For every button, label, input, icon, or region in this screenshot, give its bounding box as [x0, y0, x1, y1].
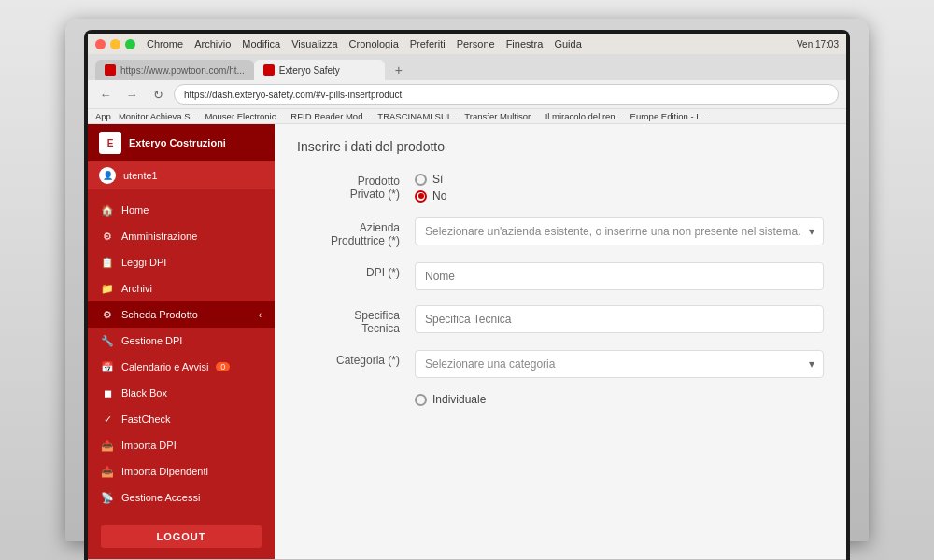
close-button[interactable]: [95, 39, 106, 49]
radio-si[interactable]: Sì: [415, 173, 824, 186]
tab-exteryo[interactable]: Exteryo Safety: [254, 60, 385, 80]
logout-button[interactable]: LOGOUT: [101, 525, 262, 548]
input-dpi[interactable]: [415, 262, 824, 290]
accessi-icon: 📡: [101, 491, 114, 504]
admin-icon: ⚙: [101, 230, 114, 243]
macos-menubar: Chrome Archivio Modifica Visualizza Cron…: [88, 34, 846, 54]
nav-gestione-label: Gestione DPI: [121, 335, 182, 346]
bookmark-mouser[interactable]: Mouser Electronic...: [205, 111, 283, 121]
sidebar: E Exteryo Costruzioni 👤 utente1 🏠 Home ⚙…: [88, 124, 275, 559]
maximize-button[interactable]: [125, 39, 135, 49]
sidebar-item-scheda-prodotto[interactable]: ⚙ Scheda Prodotto ‹: [88, 301, 275, 328]
select-azienda-container: Selezionare un'azienda esistente, o inse…: [415, 217, 824, 245]
nav-scheda-label: Scheda Prodotto: [121, 309, 198, 320]
tab-powtoon[interactable]: https://www.powtoon.com/ht...: [95, 60, 254, 80]
bookmark-miracolo[interactable]: Il miracolo del ren...: [545, 111, 623, 121]
radio-circle-no[interactable]: [415, 190, 427, 203]
menu-preferiti[interactable]: Preferiti: [410, 38, 446, 49]
sidebar-item-fastcheck[interactable]: ✓ FastCheck: [88, 406, 275, 432]
bookmark-app[interactable]: App: [95, 111, 111, 121]
radio-no[interactable]: No: [415, 189, 824, 203]
radio-individuale-label: Individuale: [432, 393, 486, 406]
nav-admin-label: Amministrazione: [121, 231, 197, 242]
form-row-dpi: DPI (*): [297, 262, 824, 290]
radio-circle-individuale[interactable]: [415, 394, 427, 406]
form-row-prodotto-privato: ProdottoPrivato (*) Sì No: [297, 171, 824, 203]
sidebar-item-importa-dipendenti[interactable]: 📥 Importa Dipendenti: [88, 458, 275, 484]
browser-content: E Exteryo Costruzioni 👤 utente1 🏠 Home ⚙…: [88, 124, 846, 559]
refresh-button[interactable]: ↻: [148, 84, 168, 105]
collapse-arrow-icon: ‹: [259, 310, 262, 320]
new-tab-button[interactable]: +: [389, 60, 409, 80]
radio-individuale[interactable]: Individuale: [415, 393, 824, 406]
bookmark-transfer[interactable]: Transfer Multisor...: [464, 111, 537, 121]
fastcheck-icon: ✓: [101, 413, 114, 426]
nav-importa-dip-label: Importa Dipendenti: [121, 466, 208, 477]
menu-cronologia[interactable]: Cronologia: [349, 38, 399, 49]
label-specifica: SpecificaTecnica: [297, 305, 400, 335]
importa-dpi-icon: 📥: [101, 439, 114, 452]
menu-modifica[interactable]: Modifica: [242, 38, 280, 49]
nav-accessi-label: Gestione Accessi: [121, 492, 200, 503]
radio-circle-si[interactable]: [415, 174, 427, 186]
sidebar-item-calendario[interactable]: 📅 Calendario e Avvisi 0: [88, 354, 275, 380]
menu-visualizza[interactable]: Visualizza: [291, 38, 337, 49]
bookmark-rfid[interactable]: RFID Reader Mod...: [290, 111, 370, 121]
black-box-icon: ◼: [101, 386, 114, 399]
system-time: Ven 17:03: [797, 39, 839, 49]
address-bar[interactable]: https://dash.exteryo-safety.com/#v-pills…: [174, 84, 839, 105]
address-text: https://dash.exteryo-safety.com/#v-pills…: [184, 90, 402, 100]
minimize-button[interactable]: [110, 39, 120, 49]
input-specifica-wrap: [415, 305, 824, 333]
user-avatar: 👤: [99, 167, 116, 184]
sidebar-user: 👤 utente1: [88, 161, 275, 189]
bookmark-trascinami[interactable]: TRASCINAMI SUI...: [377, 111, 457, 121]
sidebar-item-gestione-accessi[interactable]: 📡 Gestione Accessi: [88, 484, 275, 511]
menu-persone[interactable]: Persone: [457, 38, 495, 49]
bookmark-europe[interactable]: Europe Edition - L...: [630, 111, 709, 121]
sidebar-item-home[interactable]: 🏠 Home: [88, 197, 275, 223]
nav-leggi-label: Leggi DPI: [121, 257, 166, 268]
tab-powtoon-label: https://www.powtoon.com/ht...: [120, 65, 245, 76]
form-row-specifica: SpecificaTecnica: [297, 305, 824, 335]
form-row-categoria: Categoria (*) Selezionare una categoria: [297, 350, 824, 378]
radio-no-label: No: [432, 189, 446, 203]
nav-home-label: Home: [121, 204, 149, 216]
select-azienda[interactable]: Selezionare un'azienda esistente, o inse…: [415, 217, 824, 245]
input-specifica[interactable]: [415, 305, 824, 333]
menu-finestra[interactable]: Finestra: [506, 38, 544, 49]
username-label: utente1: [123, 170, 158, 181]
page-title: Inserire i dati del prodotto: [297, 139, 824, 154]
radio-si-label: Sì: [432, 173, 443, 186]
menu-archivio[interactable]: Archivio: [194, 38, 231, 49]
label-individuale-empty: [297, 393, 400, 397]
browser-toolbar: ← → ↻ https://dash.exteryo-safety.com/#v…: [88, 80, 846, 109]
select-categoria-wrap: Selezionare una categoria: [415, 350, 824, 378]
calendario-badge: 0: [216, 362, 230, 371]
sidebar-item-leggi-dpi[interactable]: 📋 Leggi DPI: [88, 249, 275, 275]
nav-black-box-label: Black Box: [121, 387, 167, 399]
nav-calendario-label: Calendario e Avvisi: [121, 361, 208, 372]
sidebar-item-gestione-dpi[interactable]: 🔧 Gestione DPI: [88, 328, 275, 354]
menu-guida[interactable]: Guida: [554, 38, 581, 49]
sidebar-item-black-box[interactable]: ◼ Black Box: [88, 380, 275, 406]
sidebar-item-archivi[interactable]: 📁 Archivi: [88, 275, 275, 301]
select-categoria[interactable]: Selezionare una categoria: [415, 350, 824, 378]
bookmarks-bar: App Monitor Achieva S... Mouser Electron…: [88, 109, 846, 124]
menu-chrome[interactable]: Chrome: [147, 38, 183, 49]
sidebar-nav: 🏠 Home ⚙ Amministrazione 📋 Leggi DPI 📁 A…: [88, 189, 275, 518]
back-button[interactable]: ←: [95, 84, 116, 105]
leggi-icon: 📋: [101, 256, 114, 269]
sidebar-item-importa-dpi[interactable]: 📥 Importa DPI: [88, 432, 275, 458]
forward-button[interactable]: →: [121, 84, 142, 105]
tab-favicon-exteryo: [263, 64, 275, 76]
form-row-individuale: Individuale: [297, 393, 824, 406]
sidebar-item-amministrazione[interactable]: ⚙ Amministrazione: [88, 223, 275, 249]
main-content: Inserire i dati del prodotto ProdottoPri…: [275, 124, 846, 559]
laptop-shell: Chrome Archivio Modifica Visualizza Cron…: [65, 19, 869, 541]
sidebar-header: E Exteryo Costruzioni: [88, 124, 275, 161]
nav-archivi-label: Archivi: [121, 283, 152, 294]
browser-tabs: https://www.powtoon.com/ht... Exteryo Sa…: [88, 54, 846, 80]
radio-inner-no: [418, 193, 424, 199]
bookmark-monitor[interactable]: Monitor Achieva S...: [119, 111, 197, 121]
